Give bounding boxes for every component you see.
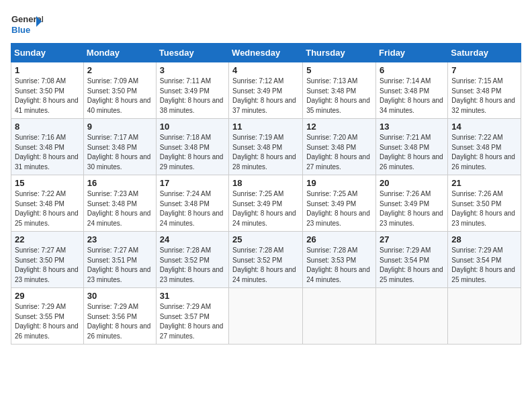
day-number: 22 [15,234,80,244]
day-number: 16 [87,178,152,188]
table-row [448,288,521,345]
table-row: 14Sunrise: 7:22 AMSunset: 3:48 PMDayligh… [448,119,521,175]
day-number: 27 [380,234,444,244]
day-number: 18 [232,178,299,188]
table-row: 26Sunrise: 7:28 AMSunset: 3:53 PMDayligh… [303,232,376,288]
day-detail: Sunrise: 7:21 AMSunset: 3:48 PMDaylight:… [380,133,444,172]
day-detail: Sunrise: 7:29 AMSunset: 3:54 PMDaylight:… [380,246,444,285]
day-number: 12 [306,122,372,132]
table-row: 19Sunrise: 7:25 AMSunset: 3:49 PMDayligh… [303,175,376,232]
day-detail: Sunrise: 7:26 AMSunset: 3:49 PMDaylight:… [380,189,444,228]
day-header-sunday: Sunday [11,44,84,62]
table-row: 1Sunrise: 7:08 AMSunset: 3:50 PMDaylight… [11,62,84,119]
table-row: 2Sunrise: 7:09 AMSunset: 3:50 PMDaylight… [83,62,156,119]
table-row: 11Sunrise: 7:19 AMSunset: 3:48 PMDayligh… [229,119,303,175]
table-row: 7Sunrise: 7:15 AMSunset: 3:48 PMDaylight… [448,62,521,119]
day-detail: Sunrise: 7:29 AMSunset: 3:57 PMDaylight:… [160,302,225,341]
table-row: 29Sunrise: 7:29 AMSunset: 3:55 PMDayligh… [11,288,84,345]
day-detail: Sunrise: 7:18 AMSunset: 3:48 PMDaylight:… [160,133,225,172]
logo: General Blue [11,11,43,38]
day-number: 29 [15,291,80,301]
day-number: 8 [15,122,80,132]
day-number: 3 [160,65,225,75]
table-row: 31Sunrise: 7:29 AMSunset: 3:57 PMDayligh… [156,288,228,345]
day-detail: Sunrise: 7:19 AMSunset: 3:48 PMDaylight:… [232,133,299,172]
table-row: 10Sunrise: 7:18 AMSunset: 3:48 PMDayligh… [156,119,228,175]
day-detail: Sunrise: 7:17 AMSunset: 3:48 PMDaylight:… [87,133,152,172]
day-detail: Sunrise: 7:25 AMSunset: 3:49 PMDaylight:… [306,189,372,228]
day-header-wednesday: Wednesday [229,44,303,62]
day-header-thursday: Thursday [303,44,376,62]
day-header-tuesday: Tuesday [156,44,228,62]
table-row: 8Sunrise: 7:16 AMSunset: 3:48 PMDaylight… [11,119,84,175]
day-number: 15 [15,178,80,188]
table-row: 3Sunrise: 7:11 AMSunset: 3:49 PMDaylight… [156,62,228,119]
day-detail: Sunrise: 7:28 AMSunset: 3:53 PMDaylight:… [306,246,372,285]
day-number: 7 [451,65,517,75]
day-detail: Sunrise: 7:16 AMSunset: 3:48 PMDaylight:… [15,133,80,172]
day-detail: Sunrise: 7:29 AMSunset: 3:55 PMDaylight:… [15,302,80,341]
day-header-friday: Friday [376,44,448,62]
svg-text:Blue: Blue [11,25,30,35]
day-number: 14 [451,122,517,132]
table-row: 21Sunrise: 7:26 AMSunset: 3:50 PMDayligh… [448,175,521,232]
day-detail: Sunrise: 7:12 AMSunset: 3:49 PMDaylight:… [232,77,299,116]
day-number: 31 [160,291,225,301]
day-number: 24 [160,234,225,244]
day-number: 4 [232,65,299,75]
table-row: 25Sunrise: 7:28 AMSunset: 3:52 PMDayligh… [229,232,303,288]
day-number: 17 [160,178,225,188]
day-number: 25 [232,234,299,244]
table-row: 18Sunrise: 7:25 AMSunset: 3:49 PMDayligh… [229,175,303,232]
day-detail: Sunrise: 7:29 AMSunset: 3:54 PMDaylight:… [451,246,517,285]
table-row [376,288,448,345]
table-row: 24Sunrise: 7:28 AMSunset: 3:52 PMDayligh… [156,232,228,288]
table-row: 30Sunrise: 7:29 AMSunset: 3:56 PMDayligh… [83,288,156,345]
day-header-monday: Monday [83,44,156,62]
table-row: 6Sunrise: 7:14 AMSunset: 3:48 PMDaylight… [376,62,448,119]
day-header-saturday: Saturday [448,44,521,62]
day-detail: Sunrise: 7:27 AMSunset: 3:51 PMDaylight:… [87,246,152,285]
day-number: 13 [380,122,444,132]
table-row: 5Sunrise: 7:13 AMSunset: 3:48 PMDaylight… [303,62,376,119]
table-row: 28Sunrise: 7:29 AMSunset: 3:54 PMDayligh… [448,232,521,288]
day-number: 6 [380,65,444,75]
day-number: 26 [306,234,372,244]
day-detail: Sunrise: 7:09 AMSunset: 3:50 PMDaylight:… [87,77,152,116]
day-number: 1 [15,65,80,75]
page-header: General Blue [11,11,521,38]
day-detail: Sunrise: 7:15 AMSunset: 3:48 PMDaylight:… [451,77,517,116]
table-row: 9Sunrise: 7:17 AMSunset: 3:48 PMDaylight… [83,119,156,175]
day-detail: Sunrise: 7:28 AMSunset: 3:52 PMDaylight:… [232,246,299,285]
day-detail: Sunrise: 7:22 AMSunset: 3:48 PMDaylight:… [15,189,80,228]
day-number: 11 [232,122,299,132]
day-detail: Sunrise: 7:27 AMSunset: 3:50 PMDaylight:… [15,246,80,285]
day-number: 28 [451,234,517,244]
day-detail: Sunrise: 7:29 AMSunset: 3:56 PMDaylight:… [87,302,152,341]
day-detail: Sunrise: 7:24 AMSunset: 3:48 PMDaylight:… [160,189,225,228]
table-row: 23Sunrise: 7:27 AMSunset: 3:51 PMDayligh… [83,232,156,288]
table-row: 4Sunrise: 7:12 AMSunset: 3:49 PMDaylight… [229,62,303,119]
table-row: 17Sunrise: 7:24 AMSunset: 3:48 PMDayligh… [156,175,228,232]
day-detail: Sunrise: 7:23 AMSunset: 3:48 PMDaylight:… [87,189,152,228]
day-number: 21 [451,178,517,188]
day-number: 9 [87,122,152,132]
day-detail: Sunrise: 7:25 AMSunset: 3:49 PMDaylight:… [232,189,299,228]
day-number: 5 [306,65,372,75]
day-number: 20 [380,178,444,188]
day-detail: Sunrise: 7:11 AMSunset: 3:49 PMDaylight:… [160,77,225,116]
table-row [229,288,303,345]
logo-icon: General Blue [11,11,43,38]
day-detail: Sunrise: 7:28 AMSunset: 3:52 PMDaylight:… [160,246,225,285]
table-row: 27Sunrise: 7:29 AMSunset: 3:54 PMDayligh… [376,232,448,288]
day-detail: Sunrise: 7:13 AMSunset: 3:48 PMDaylight:… [306,77,372,116]
table-row: 16Sunrise: 7:23 AMSunset: 3:48 PMDayligh… [83,175,156,232]
table-row: 22Sunrise: 7:27 AMSunset: 3:50 PMDayligh… [11,232,84,288]
day-detail: Sunrise: 7:08 AMSunset: 3:50 PMDaylight:… [15,77,80,116]
day-detail: Sunrise: 7:14 AMSunset: 3:48 PMDaylight:… [380,77,444,116]
day-detail: Sunrise: 7:20 AMSunset: 3:48 PMDaylight:… [306,133,372,172]
day-number: 30 [87,291,152,301]
table-row [303,288,376,345]
table-row: 15Sunrise: 7:22 AMSunset: 3:48 PMDayligh… [11,175,84,232]
day-detail: Sunrise: 7:22 AMSunset: 3:48 PMDaylight:… [451,133,517,172]
